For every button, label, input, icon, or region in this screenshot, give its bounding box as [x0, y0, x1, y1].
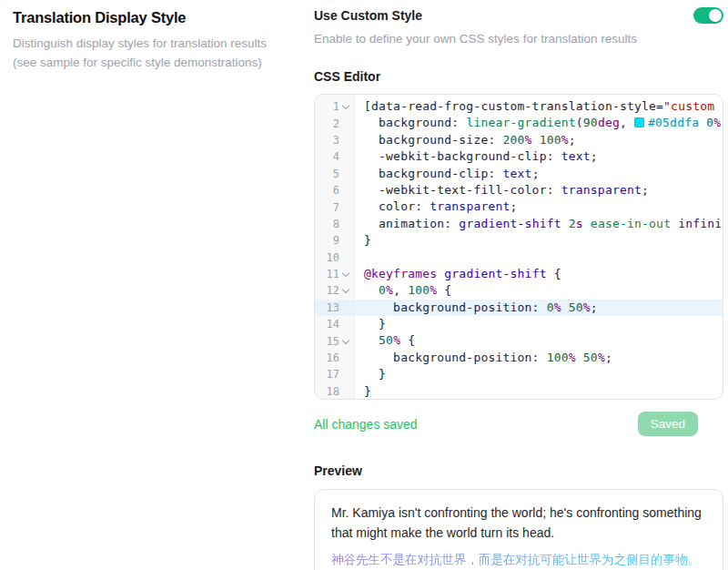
code-line-8: animation: gradient-shift 2s ease-in-out…: [355, 216, 723, 232]
code-token: %: [569, 351, 576, 364]
fold-spacer: [339, 169, 351, 178]
code-token: %: [554, 300, 561, 314]
code-token: ,: [620, 116, 634, 129]
preview-source-text: Mr. Kamiya isn't confronting the world; …: [331, 504, 706, 543]
code-token: %: [386, 283, 393, 297]
code-token: -webkit-background-clip:: [364, 149, 561, 163]
setting-controls-panel: Use Custom Style Enable to define your o…: [314, 7, 723, 570]
fold-spacer: [339, 152, 351, 161]
code-line-3: background-size: 200% 100%;: [355, 132, 723, 148]
code-line-4: -webkit-background-clip: text;: [355, 148, 723, 165]
fold-spacer: [339, 370, 351, 379]
line-number: 13: [326, 301, 339, 314]
fold-spacer: [339, 203, 351, 212]
code-token: transparent: [561, 183, 642, 197]
code-token: -webkit-text-fill-color:: [364, 183, 561, 197]
code-token: @keyframes: [364, 267, 437, 280]
settings-page: Translation Display Style Distinguish di…: [0, 0, 728, 570]
code-line-9: }: [355, 232, 723, 249]
code-token: [671, 217, 678, 230]
code-token: ,: [393, 283, 408, 297]
code-line-16: background-position: 100% 50%;: [355, 350, 723, 366]
code-token: deg: [598, 116, 620, 129]
color-swatch[interactable]: [634, 117, 644, 127]
fold-chevron-down-icon[interactable]: [339, 270, 351, 279]
code-token: infinite;: [678, 217, 723, 230]
code-token: [583, 217, 591, 230]
saved-button[interactable]: Saved: [638, 412, 698, 436]
css-editor-label: CSS Editor: [314, 69, 723, 84]
code-line-6: -webkit-text-fill-color: transparent;: [355, 182, 723, 198]
gutter-line-8: 8: [315, 216, 354, 232]
fold-spacer: [339, 136, 351, 145]
fold-chevron-down-icon[interactable]: [339, 286, 351, 295]
code-token: {: [400, 333, 415, 347]
code-token: }: [364, 317, 386, 331]
gutter-line-13: 13: [315, 300, 354, 316]
code-token: ;: [605, 351, 612, 364]
save-row: All changes saved Saved: [314, 412, 723, 436]
fold-spacer: [339, 353, 351, 362]
line-number: 3: [326, 134, 339, 147]
code-token: }: [364, 367, 386, 381]
fold-spacer: [339, 303, 351, 312]
code-token: ;: [511, 199, 518, 213]
code-token: {: [437, 283, 451, 297]
code-token: 50: [569, 300, 583, 314]
css-editor[interactable]: 123456789101112131415161718 [data-read-f…: [314, 94, 723, 400]
code-token: 100: [540, 133, 561, 147]
line-number: 8: [326, 218, 339, 230]
line-number: 5: [326, 168, 339, 180]
line-number: 9: [326, 234, 339, 247]
gutter-line-10: 10: [315, 249, 354, 266]
code-line-17: }: [355, 366, 723, 382]
gutter-line-15: 15: [315, 332, 354, 349]
code-line-12: 0%, 100% {: [355, 282, 723, 299]
editor-content[interactable]: [data-read-frog-custom-translation-style…: [355, 95, 723, 399]
code-line-1: [data-read-frog-custom-translation-style…: [355, 98, 723, 115]
line-number: 15: [326, 335, 339, 348]
code-line-14: }: [355, 316, 723, 332]
setting-description-panel: Translation Display Style Distinguish di…: [13, 7, 314, 570]
preview-translated-text: 神谷先生不是在对抗世界，而是在对抗可能让世界为之侧目的事物。: [331, 551, 706, 569]
code-token: 0: [547, 300, 554, 314]
line-number: 12: [326, 284, 339, 297]
line-number: 2: [326, 117, 339, 130]
code-line-10: [355, 249, 723, 266]
editor-gutter: 123456789101112131415161718: [315, 95, 355, 399]
gutter-line-2: 2: [315, 115, 354, 131]
use-custom-style-toggle[interactable]: [693, 7, 723, 24]
preview-label: Preview: [314, 463, 723, 478]
code-token: [data-read-frog-custom-translation-style…: [364, 99, 663, 113]
code-token: 50: [379, 333, 393, 347]
code-token: ease-in-out: [591, 217, 671, 230]
code-token: transparent: [430, 199, 510, 213]
code-line-15: 50% {: [355, 332, 723, 349]
line-number: 4: [326, 150, 339, 163]
code-token: s: [576, 217, 583, 230]
gutter-line-9: 9: [315, 232, 354, 249]
fold-chevron-down-icon[interactable]: [339, 337, 351, 346]
preview-box: Mr. Kamiya isn't confronting the world; …: [314, 489, 723, 570]
code-token: background-clip:: [364, 167, 503, 180]
code-token: "custom: [663, 99, 714, 113]
code-token: [561, 300, 569, 314]
code-token: %: [598, 351, 605, 364]
code-token: ;: [591, 300, 598, 314]
code-token: 50: [583, 351, 598, 364]
code-token: [532, 133, 540, 147]
save-status-text: All changes saved: [314, 417, 418, 432]
code-token: [364, 283, 379, 297]
code-token: ;: [591, 149, 598, 163]
line-number: 17: [326, 368, 339, 381]
code-line-18: }: [355, 383, 723, 399]
code-token: background-size:: [364, 133, 503, 147]
fold-chevron-down-icon[interactable]: [339, 102, 351, 111]
code-token: }: [364, 233, 371, 247]
line-number: 11: [326, 268, 339, 280]
fold-spacer: [339, 119, 351, 128]
fold-spacer: [339, 219, 351, 229]
gutter-line-18: 18: [315, 383, 354, 400]
code-token: 200: [503, 133, 525, 147]
page-title: Translation Display Style: [13, 9, 292, 26]
